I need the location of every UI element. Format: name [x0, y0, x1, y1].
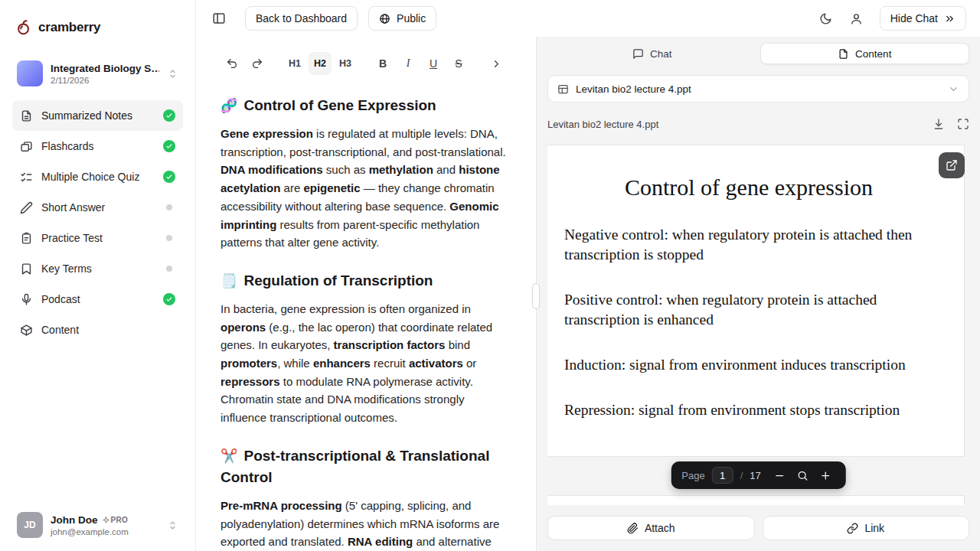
section-paragraph[interactable]: Gene expression is regulated at multiple… [220, 125, 511, 252]
preview-header: Levitan bio2 lecture 4.ppt [547, 115, 969, 133]
topbar-right: Hide Chat [814, 6, 966, 31]
zoom-reset-button[interactable] [794, 466, 812, 484]
undo-button[interactable] [220, 52, 243, 75]
theme-toggle-button[interactable] [814, 6, 838, 31]
sidebar-toggle-button[interactable] [207, 6, 231, 31]
status-badge [166, 266, 172, 272]
pencil-icon [20, 201, 33, 214]
user-menu[interactable]: JD John Doe PRO john@example.com [12, 507, 183, 543]
page-label: Page [681, 470, 704, 481]
zoom-out-button[interactable] [771, 466, 789, 484]
bold-button[interactable]: B [371, 52, 394, 75]
sidebar-item-flashcards[interactable]: Flashcards [12, 131, 183, 161]
sidebar-item-multiple-choice-quiz[interactable]: Multiple Choice Quiz [12, 161, 183, 192]
quiz-icon [20, 171, 33, 184]
sidebar-item-label: Summarized Notes [41, 109, 155, 122]
file-select-dropdown[interactable]: Levitan bio2 lecture 4.ppt [547, 75, 969, 103]
chevrons-up-down-icon [167, 68, 178, 80]
file-select-value: Levitan bio2 lecture 4.ppt [576, 83, 691, 95]
chat-icon [632, 48, 644, 60]
project-avatar [17, 60, 43, 86]
sidebar-item-label: Flashcards [41, 140, 155, 152]
sidebar: cramberry Integrated Biology S… 2/11/202… [0, 0, 196, 551]
slide-line: Induction: signal from environment induc… [564, 355, 933, 375]
fullscreen-button[interactable] [957, 118, 969, 130]
pro-badge: PRO [103, 516, 129, 524]
open-external-button[interactable] [939, 152, 965, 178]
sidebar-item-practice-test[interactable]: Practice Test [12, 223, 183, 253]
status-badge [163, 171, 175, 183]
avatar: JD [17, 512, 43, 538]
redo-button[interactable] [246, 52, 269, 75]
sidebar-item-content[interactable]: Content [12, 315, 183, 345]
public-button[interactable]: Public [368, 6, 436, 31]
heading1-button[interactable]: H1 [283, 52, 306, 75]
bookmark-icon [20, 262, 33, 276]
document-preview-viewport[interactable]: Control of gene expression Negative cont… [547, 140, 969, 505]
sidebar-item-summarized-notes[interactable]: Summarized Notes [12, 100, 183, 131]
notepad-emoji: 🗒️ [220, 273, 237, 289]
content-panel: Chat Content Levitan bio2 lecture 4.ppt [536, 37, 980, 551]
chevrons-up-down-icon [167, 520, 178, 531]
external-link-icon [946, 159, 958, 171]
redo-icon [251, 57, 263, 70]
topbar: Back to Dashboard Public [196, 0, 980, 37]
paperclip-icon [627, 523, 639, 534]
page-toolbar: Page / 17 [671, 461, 845, 489]
user-icon [850, 12, 863, 25]
microphone-icon [20, 293, 33, 306]
sidebar-item-podcast[interactable]: Podcast [12, 284, 183, 315]
user-email: john@example.com [51, 527, 159, 536]
project-selector[interactable]: Integrated Biology S… 2/11/2026 [12, 55, 183, 92]
sidebar-item-short-answer[interactable]: Short Answer [12, 192, 183, 223]
zoom-in-button[interactable] [817, 466, 835, 484]
tab-content[interactable]: Content [760, 43, 970, 64]
slide-title: Control of gene expression [564, 171, 933, 204]
status-badge [163, 140, 175, 152]
section-paragraph[interactable]: In bacteria, gene expression is often or… [220, 300, 511, 427]
underline-button[interactable]: U [422, 52, 445, 75]
document-body[interactable]: 🧬Control of Gene Expression Gene express… [196, 75, 536, 551]
slide-body: Negative control: when regulatory protei… [564, 225, 933, 420]
heading3-button[interactable]: H3 [334, 52, 357, 75]
page-total: 17 [750, 470, 760, 481]
account-button[interactable] [844, 6, 869, 31]
strikethrough-button[interactable]: S [447, 52, 470, 75]
chevron-down-icon [948, 83, 959, 95]
italic-button[interactable]: I [397, 52, 420, 75]
minus-icon [774, 470, 786, 481]
sidebar-item-label: Podcast [41, 293, 155, 305]
tab-chat[interactable]: Chat [547, 43, 757, 64]
undo-icon [226, 57, 238, 70]
sidebar-item-key-terms[interactable]: Key Terms [12, 253, 183, 284]
sidebar-item-label: Practice Test [41, 232, 158, 244]
back-to-dashboard-button[interactable]: Back to Dashboard [245, 6, 358, 31]
panel-tabs: Chat Content [547, 43, 969, 64]
toolbar-more-button[interactable] [485, 52, 508, 75]
project-meta: Integrated Biology S… 2/11/2026 [51, 63, 159, 85]
slide-preview: Control of gene expression Negative cont… [547, 145, 964, 456]
hide-chat-button[interactable]: Hide Chat [880, 6, 966, 31]
panel-resize-handle[interactable] [532, 283, 540, 309]
section-heading: 🗒️Regulation of Transcription [220, 270, 511, 292]
status-badge [163, 293, 175, 305]
section-heading: ✂️Post-transcriptional & Translational C… [220, 445, 511, 488]
file-icon [838, 48, 849, 60]
panel-left-icon [212, 11, 226, 25]
link-button[interactable]: Link [763, 516, 970, 540]
project-name: Integrated Biology S… [51, 63, 159, 74]
section-paragraph[interactable]: Pre-mRNA processing (5' capping, splicin… [220, 497, 511, 551]
status-badge [166, 204, 172, 210]
preview-file-title: Levitan bio2 lecture 4.ppt [547, 119, 658, 130]
brand-logo[interactable]: cramberry [12, 18, 183, 37]
chevrons-right-icon [944, 13, 956, 24]
heading2-button[interactable]: H2 [309, 52, 332, 75]
attach-button[interactable]: Attach [547, 516, 755, 540]
clipboard-icon [20, 232, 33, 245]
berry-logo-icon [15, 19, 32, 36]
panel-actions: Attach Link [547, 516, 969, 540]
link-icon [847, 523, 858, 534]
download-button[interactable] [933, 118, 945, 130]
app-root: cramberry Integrated Biology S… 2/11/202… [0, 0, 980, 551]
page-number-input[interactable] [712, 467, 733, 484]
